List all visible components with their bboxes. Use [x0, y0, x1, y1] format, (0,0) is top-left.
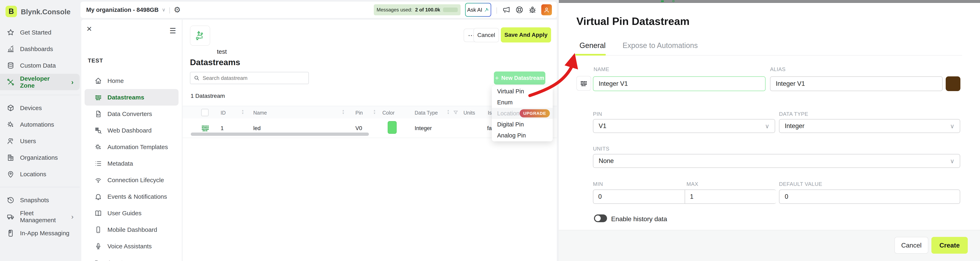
- cube-icon: [6, 104, 15, 112]
- tab-expose-to-automations[interactable]: Expose to Automations: [622, 41, 698, 50]
- dropdown-item-location: Location UPGRADE: [492, 108, 553, 119]
- template-nav-data-converters[interactable]: Data Converters: [84, 106, 178, 122]
- close-icon[interactable]: ×: [87, 25, 92, 32]
- default-value-field[interactable]: [779, 189, 960, 204]
- col-header-is[interactable]: Is: [488, 110, 492, 116]
- col-header-id[interactable]: ID: [221, 110, 226, 116]
- template-nav-mobile-dashboard[interactable]: Mobile Dashboard: [84, 221, 178, 238]
- sidebar-item-get-started[interactable]: Get Started: [0, 24, 80, 41]
- bell-icon: [94, 193, 102, 201]
- template-nav-assets[interactable]: Assets: [84, 255, 178, 261]
- sidebar-item-developer-zone[interactable]: Developer Zone ›: [0, 74, 80, 90]
- dropdown-label: Location: [497, 110, 520, 117]
- pin-label: PIN: [593, 111, 602, 117]
- cancel-button[interactable]: Cancel: [474, 28, 499, 42]
- microphone-icon: [94, 242, 102, 250]
- max-field[interactable]: [685, 190, 776, 204]
- sort-icons[interactable]: ▲▼: [373, 109, 376, 115]
- template-nav-home[interactable]: Home: [84, 73, 178, 89]
- sidebar-item-automations[interactable]: Automations: [0, 116, 80, 133]
- template-nav-label: Assets: [107, 259, 126, 261]
- template-nav-label: Events & Notifications: [107, 193, 167, 200]
- datastream-icon: [580, 79, 588, 88]
- dropdown-item-digital-pin[interactable]: Digital Pin: [492, 119, 553, 130]
- menu-icon[interactable]: ☰: [170, 28, 176, 34]
- datastream-color-swatch[interactable]: [946, 76, 960, 91]
- sidebar-item-organizations[interactable]: Organizations: [0, 149, 80, 166]
- template-nav-label: Voice Assistants: [107, 243, 152, 250]
- save-and-apply-button[interactable]: Save And Apply: [501, 27, 551, 43]
- sidebar-item-label: Custom Data: [20, 62, 56, 69]
- modal-create-label: Create: [939, 242, 960, 249]
- alias-field[interactable]: [770, 76, 943, 91]
- sidebar-item-users[interactable]: Users: [0, 133, 80, 149]
- sort-icons[interactable]: ▲▼: [342, 109, 345, 115]
- ask-ai-button[interactable]: Ask AI: [465, 3, 491, 17]
- min-field[interactable]: [593, 190, 685, 204]
- template-nav-label: Connection Lifecycle: [107, 177, 164, 184]
- sort-icons[interactable]: ▲▼: [242, 109, 244, 115]
- col-header-color[interactable]: Color: [382, 110, 395, 116]
- sidebar-item-label: Locations: [20, 171, 46, 178]
- template-nav-datastreams[interactable]: Datastreams: [84, 89, 178, 106]
- org-selector[interactable]: My organization - 8498GB: [86, 6, 159, 13]
- template-nav-web-dashboard[interactable]: Web Dashboard: [84, 122, 178, 138]
- lifebuoy-icon[interactable]: [515, 5, 524, 14]
- cell-name: led: [253, 125, 261, 132]
- color-swatch[interactable]: [388, 121, 397, 134]
- col-header-units[interactable]: Units: [463, 110, 475, 116]
- blynk-logo[interactable]: B: [5, 6, 17, 17]
- messages-progress-bar: [443, 8, 458, 12]
- cancel-label: Cancel: [477, 32, 495, 38]
- template-nav-user-guides[interactable]: User Guides: [84, 205, 178, 221]
- min-label: MIN: [593, 181, 603, 187]
- ask-ai-label: Ask AI: [467, 7, 482, 13]
- bug-icon[interactable]: [528, 5, 537, 14]
- select-all-checkbox[interactable]: [201, 109, 208, 116]
- sort-icons[interactable]: ▲▼: [447, 109, 450, 115]
- template-nav-automation-templates[interactable]: Automation Templates: [84, 138, 178, 155]
- dropdown-item-analog-pin[interactable]: Analog Pin: [492, 130, 553, 141]
- col-header-data-type[interactable]: Data Type: [415, 110, 438, 116]
- pin-select[interactable]: V1 ∨: [593, 119, 775, 133]
- horizontal-scrollbar[interactable]: [191, 132, 369, 136]
- gear-icon[interactable]: ⚙: [173, 5, 181, 14]
- datastream-icon: [94, 94, 102, 101]
- template-nav-label: Datastreams: [107, 94, 144, 101]
- upgrade-badge[interactable]: UPGRADE: [520, 109, 550, 118]
- data-type-select[interactable]: Integer ∨: [779, 119, 960, 133]
- units-select[interactable]: None ∨: [593, 154, 960, 168]
- modal-cancel-button[interactable]: Cancel: [894, 237, 928, 254]
- modal-create-button[interactable]: Create: [931, 237, 968, 254]
- blynk-console-app: B Blynk.Console Get Started Dashboards C…: [0, 0, 980, 261]
- phone-message-icon: [6, 229, 15, 237]
- filter-icon[interactable]: [453, 110, 458, 115]
- template-nav-connection-lifecycle[interactable]: Connection Lifecycle: [84, 172, 178, 188]
- template-nav-metadata[interactable]: Metadata: [84, 155, 178, 172]
- tab-general[interactable]: General: [579, 41, 606, 50]
- sidebar-item-locations[interactable]: Locations: [0, 166, 80, 182]
- search-input[interactable]: [202, 75, 301, 81]
- chevron-right-icon: ›: [71, 213, 73, 221]
- sidebar-item-snapshots[interactable]: Snapshots: [0, 192, 80, 208]
- template-nav-voice-assistants[interactable]: Voice Assistants: [84, 238, 178, 255]
- template-nav-events-notifications[interactable]: Events & Notifications: [84, 188, 178, 205]
- sidebar-item-dashboards[interactable]: Dashboards: [0, 41, 80, 57]
- new-datastream-button[interactable]: + New Datastream: [494, 72, 545, 84]
- sidebar-item-devices[interactable]: Devices: [0, 100, 80, 116]
- megaphone-icon[interactable]: [502, 5, 511, 14]
- col-header-name[interactable]: Name: [253, 110, 267, 116]
- history-data-toggle[interactable]: [594, 215, 607, 222]
- dropdown-item-virtual-pin[interactable]: Virtual Pin: [492, 86, 553, 97]
- sidebar-item-label: Organizations: [20, 154, 58, 161]
- avatar[interactable]: [541, 4, 552, 15]
- dropdown-item-enum[interactable]: Enum: [492, 97, 553, 108]
- phone-icon: [94, 226, 102, 234]
- col-header-pin[interactable]: Pin: [355, 110, 363, 116]
- sidebar-item-fleet-management[interactable]: Fleet Management ›: [0, 208, 80, 225]
- sidebar-item-in-app-messaging[interactable]: In-App Messaging: [0, 225, 80, 241]
- automation-sun-icon: [6, 121, 15, 129]
- sidebar-item-custom-data[interactable]: Custom Data: [0, 57, 80, 74]
- name-field[interactable]: [593, 76, 765, 91]
- template-nav-label: Mobile Dashboard: [107, 226, 157, 233]
